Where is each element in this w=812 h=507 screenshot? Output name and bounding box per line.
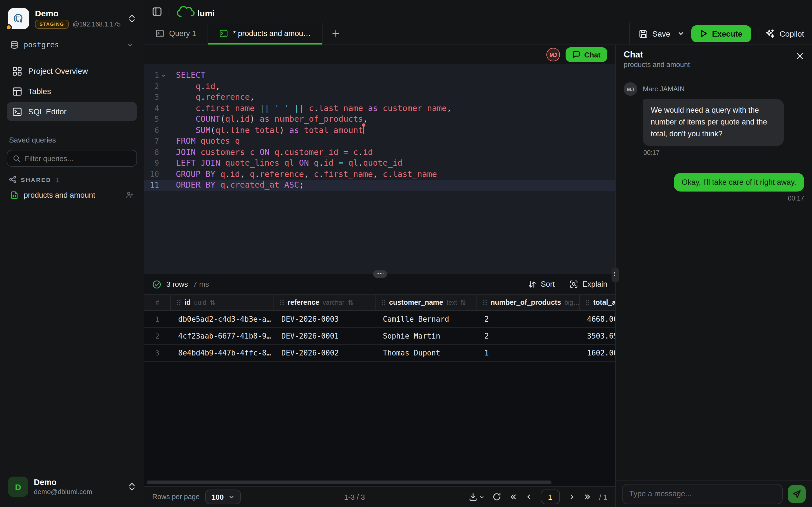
grip-dots-icon[interactable] <box>585 299 590 306</box>
column-header-number-of-products[interactable]: number_of_products big… <box>476 295 579 311</box>
cell-id: 4cf23aab-6677-41b8-9… <box>170 332 273 340</box>
vertical-resize-handle[interactable] <box>612 268 619 282</box>
sidebar: Demo STAGING @192.168.1.175 postgres Pro… <box>0 0 144 507</box>
save-button[interactable]: Save <box>639 29 670 38</box>
paper-plane-icon <box>792 489 801 498</box>
avatar: D <box>8 476 28 497</box>
unfold-chevrons-icon <box>128 482 136 491</box>
execute-button[interactable]: Execute <box>691 25 751 42</box>
speech-bubble-icon <box>572 51 580 59</box>
column-header-customer-name[interactable]: customer_name text <box>375 295 476 311</box>
horizontal-resize-handle[interactable] <box>373 270 387 278</box>
collaborator-avatar[interactable]: MJ <box>546 48 560 61</box>
terminal-icon <box>12 107 22 116</box>
code-line: 11ORDER BY q.created_at ASC; <box>144 180 615 191</box>
sidebar-toggle-icon[interactable] <box>152 6 162 16</box>
gutter-spacer <box>159 136 168 147</box>
sort-toggle-icon[interactable] <box>460 299 466 306</box>
table-row[interactable]: 1 db0e5ad2-c4d3-4b3e-a… DEV-2026-0003 Ca… <box>144 311 615 328</box>
editor-presence-bar: MJ Chat <box>144 45 615 64</box>
tab-products-and-amount[interactable]: * products and amou… <box>208 22 322 45</box>
code-text: c.first_name || ' ' || c.last_name as cu… <box>176 103 452 114</box>
saved-query-products-and-amount[interactable]: products and amount <box>7 186 137 203</box>
grip-dots-icon[interactable] <box>483 299 487 306</box>
table-row[interactable]: 3 8e4bd4b9-447b-4ffc-8… DEV-2026-0002 Th… <box>144 345 615 362</box>
user-menu[interactable]: D Demo demo@dblumi.com <box>7 473 137 500</box>
column-header-reference[interactable]: reference varchar <box>273 295 375 311</box>
code-line: 2 q.id, <box>144 81 615 92</box>
cloud-icon <box>176 4 200 18</box>
check-circle-icon <box>152 280 161 289</box>
row-range: 1-3 / 3 <box>246 493 463 501</box>
chevron-down-icon <box>127 41 134 48</box>
saved-queries-heading: Saved queries <box>9 136 135 144</box>
cell-total-amount: 4668.00 <box>579 315 615 323</box>
project-name: Demo <box>35 8 122 18</box>
play-icon <box>700 30 707 37</box>
line-number: 6 <box>144 125 159 136</box>
new-tab-button[interactable] <box>322 22 349 45</box>
column-header-id[interactable]: id uuid <box>170 295 273 311</box>
filter-queries-input[interactable] <box>25 154 131 163</box>
dashboard-icon <box>12 66 22 76</box>
grip-dots-icon[interactable] <box>176 299 181 306</box>
fold-chevron-icon[interactable] <box>159 70 168 81</box>
download-button[interactable] <box>468 492 484 501</box>
next-page-button[interactable] <box>567 493 575 501</box>
code-text: JOIN customers c ON q.customer_id = c.id <box>176 147 373 158</box>
sidebar-item-tables[interactable]: Tables <box>7 82 137 101</box>
column-header-total-amount[interactable]: total_a <box>579 295 615 311</box>
cell-reference: DEV-2026-0002 <box>273 349 375 357</box>
copilot-button[interactable]: Copilot <box>765 29 804 38</box>
sidebar-item-project-overview[interactable]: Project Overview <box>7 61 137 80</box>
line-number: 3 <box>144 92 159 103</box>
sort-toggle-icon[interactable] <box>210 299 215 306</box>
line-number: 2 <box>144 81 159 92</box>
close-icon[interactable] <box>796 52 804 60</box>
code-text: SELECT <box>176 70 206 81</box>
chat-button[interactable]: Chat <box>566 47 607 62</box>
first-page-button[interactable] <box>509 493 517 501</box>
grip-dots-icon[interactable] <box>280 299 284 306</box>
user-email: demo@dblumi.com <box>34 488 122 496</box>
query-time: 7 ms <box>193 280 209 288</box>
tab-query-1[interactable]: Query 1 <box>144 22 208 45</box>
sort-toggle-icon[interactable] <box>348 299 353 306</box>
gutter-spacer <box>159 180 168 191</box>
table-header: # id uuid reference varchar <box>144 294 615 311</box>
save-dropdown-chevron[interactable] <box>677 30 684 37</box>
horizontal-scrollbar[interactable] <box>147 481 552 484</box>
avatar: MJ <box>624 82 637 96</box>
page-number-input[interactable]: 1 <box>541 490 560 504</box>
cell-total-amount: 1602.00 <box>579 349 615 357</box>
sort-arrows-icon <box>528 280 536 288</box>
shared-section-header[interactable]: SHARED 1 <box>9 176 135 183</box>
gutter-spacer <box>159 169 168 180</box>
prev-page-button[interactable] <box>525 493 532 501</box>
code-text: ORDER BY q.created_at ASC; <box>176 180 304 191</box>
table-icon <box>12 87 22 96</box>
project-switcher[interactable]: Demo STAGING @192.168.1.175 <box>7 7 137 35</box>
table-row[interactable]: 2 4cf23aab-6677-41b8-9… DEV-2026-0001 So… <box>144 328 615 345</box>
explain-button[interactable]: Explain <box>569 280 607 288</box>
divider <box>758 29 759 38</box>
chat-header: Chat products and amount <box>616 45 812 74</box>
message-bubble: We would need a query with the number of… <box>643 99 784 146</box>
sort-button[interactable]: Sort <box>528 280 555 288</box>
chat-messages: MJ Marc JAMAIN We would need a query wit… <box>616 74 812 480</box>
sidebar-item-label: SQL Editor <box>28 107 66 116</box>
refresh-button[interactable] <box>492 492 501 501</box>
user-name: Demo <box>34 478 122 487</box>
send-button[interactable] <box>788 485 806 503</box>
cell-reference: DEV-2026-0001 <box>273 332 375 340</box>
chat-message-input[interactable] <box>622 484 783 504</box>
sql-code-editor[interactable]: 1SELECT2 q.id,3 q.reference,4 c.first_na… <box>144 64 615 274</box>
grip-dots-icon[interactable] <box>381 299 386 306</box>
connection-selector[interactable]: postgres <box>7 35 137 55</box>
last-page-button[interactable] <box>583 493 591 501</box>
user-plus-icon[interactable] <box>126 191 134 199</box>
sidebar-item-sql-editor[interactable]: SQL Editor <box>7 102 137 121</box>
gutter-spacer <box>159 114 168 125</box>
rows-per-page-select[interactable]: 100 <box>205 490 241 504</box>
cell-number-of-products: 2 <box>476 332 579 340</box>
